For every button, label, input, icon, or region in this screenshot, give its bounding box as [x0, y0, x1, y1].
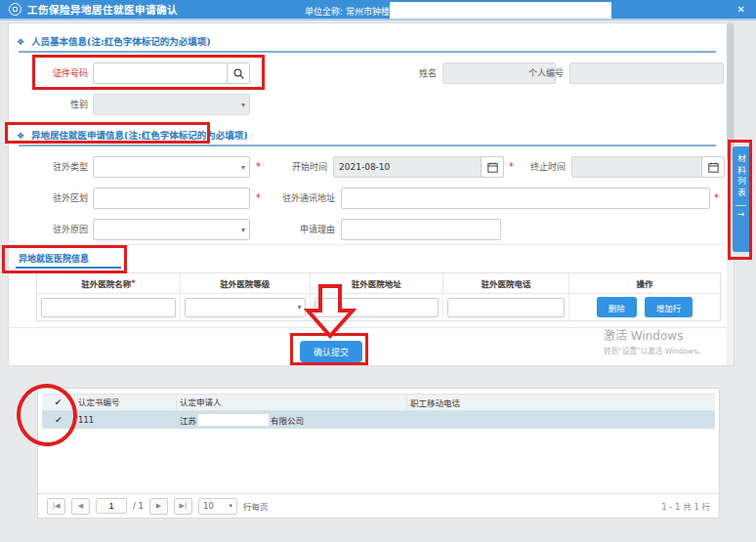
page-title: 工伤保险异地居住就医申请确认 — [27, 2, 178, 17]
divider — [735, 205, 746, 206]
next-page-button[interactable]: ▶ — [149, 498, 168, 515]
apply-reason-label: 申请理由 — [292, 219, 335, 240]
gender-select[interactable]: ▾ — [93, 94, 250, 115]
titlebar: 工伤保险异地居住就医申请确认 单位全称: 常州市钟楼区 ✕ — [0, 0, 756, 21]
required-mark: * — [256, 188, 261, 209]
section-divider — [19, 51, 716, 53]
page-size-select[interactable]: 10 ▾ — [198, 498, 237, 515]
col-hospital-phone: 驻外医院电话 — [443, 273, 569, 294]
required-mark: * — [509, 156, 514, 178]
confirm-submit-button[interactable]: 确认提交 — [300, 341, 362, 362]
end-calendar-button[interactable] — [701, 156, 725, 178]
unit-name-label: 单位全称: 常州市钟楼区 — [305, 5, 399, 18]
table-row[interactable]: ✔ 111 江苏 有限公司 — [42, 411, 715, 429]
section-marker-icon: ❖ — [17, 37, 24, 47]
col-mobile-phone: 职工移动电话 — [407, 396, 715, 408]
app-icon — [9, 3, 21, 16]
calendar-icon — [487, 162, 498, 173]
col-cert-no: 认定书编号 — [75, 394, 177, 411]
end-time-input — [571, 156, 702, 178]
section-title-person: ❖人员基本信息(注:红色字体标记的为必填项) — [17, 34, 211, 48]
page-number-input[interactable] — [96, 498, 127, 514]
chevron-down-icon: ▾ — [229, 502, 232, 510]
page-total-label: / 1 — [133, 501, 144, 511]
start-time-label: 开始时间 — [284, 156, 327, 178]
section-title-apply: ❖异地居住就医申请信息(注:红色字体标记的为必填项) — [17, 128, 248, 142]
divider — [9, 244, 734, 245]
close-icon[interactable]: ✕ — [737, 4, 745, 15]
hospital-phone-input[interactable] — [447, 298, 565, 317]
required-mark: * — [714, 188, 719, 209]
id-number-label: 证件号码 — [34, 63, 88, 84]
hospital-name-input[interactable] — [41, 298, 176, 317]
chevron-down-icon: ▾ — [241, 163, 245, 172]
main-form-panel: ❖人员基本信息(注:红色字体标记的为必填项) 证件号码 姓名 个人编号 性别 ▾… — [8, 22, 735, 366]
arrow-right-icon: → — [737, 209, 745, 219]
section-divider — [19, 145, 716, 146]
col-applicant: 认定申请人 — [177, 394, 407, 411]
abroad-district-input[interactable] — [93, 188, 250, 209]
scrollbar-thumb[interactable] — [727, 23, 734, 160]
windows-watermark: 激活 Windows 转到“设置”以激活 Windows。 — [604, 326, 705, 355]
section-marker-icon: ❖ — [17, 131, 24, 141]
applicant-redaction — [198, 414, 269, 426]
start-calendar-button[interactable] — [481, 156, 504, 178]
personal-no-input — [569, 63, 724, 84]
abroad-address-input[interactable] — [341, 188, 710, 209]
applicant-cell: 江苏 有限公司 — [177, 414, 407, 426]
row-checkbox[interactable]: ✔ — [42, 415, 75, 425]
delete-button[interactable]: 删除 — [597, 297, 637, 317]
pagination-bar: |◀ ◀ / 1 ▶ ▶| 10 ▾ 行每页 1 - 1 共 1 行 — [38, 493, 719, 518]
abroad-type-label: 驻外类型 — [34, 156, 88, 178]
tab-hospital-info[interactable]: 异地就医医院信息 — [19, 252, 89, 265]
unit-name-redaction — [390, 2, 611, 19]
add-row-button[interactable]: 增加行 — [645, 297, 693, 317]
name-label: 姓名 — [394, 63, 437, 84]
col-hospital-name: 驻外医院名称* — [37, 273, 181, 294]
calendar-icon — [708, 162, 719, 173]
gender-label: 性别 — [34, 94, 88, 115]
chevron-down-icon: ▾ — [298, 303, 302, 312]
tab-underline — [16, 267, 121, 269]
material-list-tab[interactable]: 材料列表 → — [733, 146, 749, 252]
select-all-checkbox[interactable]: ✔ — [42, 394, 75, 411]
chevron-down-icon: ▾ — [241, 226, 245, 234]
personal-no-label: 个人编号 — [521, 63, 564, 84]
first-page-button[interactable]: |◀ — [47, 498, 65, 515]
screen: 工伤保险异地居住就医申请确认 单位全称: 常州市钟楼区 ✕ ❖人员基本信息(注:… — [0, 0, 756, 542]
prev-page-button[interactable]: ◀ — [71, 498, 90, 515]
hospital-level-select[interactable]: ▾ — [185, 298, 306, 317]
material-list-label: 材料列表 — [735, 154, 747, 199]
col-action: 操作 — [569, 273, 720, 294]
id-number-input[interactable] — [93, 63, 228, 84]
abroad-address-label: 驻外通讯地址 — [271, 188, 335, 209]
abroad-type-select[interactable]: ▾ — [93, 156, 250, 178]
chevron-down-icon: ▾ — [241, 101, 245, 109]
start-time-input — [333, 156, 482, 178]
hospital-table-row: ▾ 删除 增加行 — [37, 294, 720, 320]
last-page-button[interactable]: ▶| — [174, 498, 192, 515]
required-mark: * — [256, 156, 261, 178]
search-button[interactable] — [227, 63, 250, 84]
record-table-header: ✔ 认定书编号 认定申请人 职工移动电话 — [42, 394, 715, 411]
search-icon — [233, 68, 244, 79]
end-time-label: 终止时间 — [523, 156, 566, 178]
record-table: ✔ 认定书编号 认定申请人 职工移动电话 ✔ 111 江苏 有限公司 — [42, 394, 715, 429]
cert-no-cell: 111 — [75, 415, 177, 425]
apply-reason-input[interactable] — [341, 219, 501, 240]
hospital-address-input[interactable] — [315, 298, 439, 317]
required-mark: * — [131, 278, 135, 288]
abroad-reason-select[interactable]: ▾ — [93, 219, 250, 240]
col-hospital-address: 驻外医院地址 — [311, 273, 443, 294]
row-range-label: 1 - 1 共 1 行 — [661, 500, 710, 512]
per-page-label: 行每页 — [243, 500, 269, 512]
col-hospital-level: 驻外医院等级 — [181, 273, 311, 294]
hospital-table: 驻外医院名称* 驻外医院等级 驻外医院地址 驻外医院电话 操作 ▾ 删除 — [36, 272, 721, 321]
abroad-reason-label: 驻外原因 — [34, 219, 88, 240]
abroad-district-label: 驻外区划 — [34, 188, 88, 209]
hospital-table-header: 驻外医院名称* 驻外医院等级 驻外医院地址 驻外医院电话 操作 — [37, 273, 720, 294]
record-table-panel: ✔ 认定书编号 认定申请人 职工移动电话 ✔ 111 江苏 有限公司 |◀ ◀ … — [37, 388, 720, 519]
